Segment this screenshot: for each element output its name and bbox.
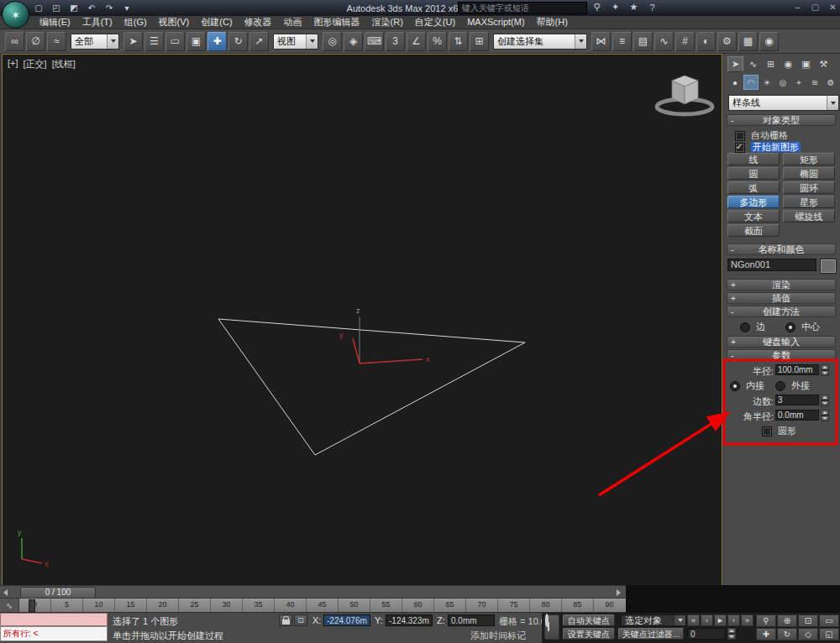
menu-item[interactable]: 自定义(U) xyxy=(409,16,461,29)
set-key-toggle[interactable]: 设置关键点 xyxy=(563,628,615,640)
viewport-general-menu[interactable]: [+] xyxy=(8,58,18,71)
hierarchy-tab[interactable]: ⊞ xyxy=(763,56,779,72)
help-icon[interactable]: ? xyxy=(646,1,659,13)
donut-button[interactable]: 圆环 xyxy=(783,181,835,194)
helpers-category[interactable]: + xyxy=(791,75,806,90)
selection-filter-dropdown[interactable]: 全部 xyxy=(71,34,119,50)
go-to-end-button[interactable]: » xyxy=(741,614,753,626)
material-editor-icon[interactable]: ◐ xyxy=(696,32,716,51)
rollout-keyboard-entry[interactable]: + 键盘输入 xyxy=(727,336,836,348)
select-and-move-icon[interactable]: ✚ xyxy=(207,32,227,51)
field-of-view-button[interactable]: ◇ xyxy=(798,628,818,640)
open-mini-curve-editor-button[interactable]: ∿ xyxy=(0,599,19,612)
geometry-category[interactable]: ● xyxy=(727,75,743,90)
curve-editor-icon[interactable]: ∿ xyxy=(654,32,674,51)
go-to-start-button[interactable]: « xyxy=(687,614,700,626)
star-button[interactable]: 星形 xyxy=(783,196,835,208)
zoom-button[interactable]: ⚲ xyxy=(756,614,776,627)
ellipse-button[interactable]: 椭圆 xyxy=(783,167,835,180)
menu-item[interactable]: 创建(C) xyxy=(195,16,238,29)
select-and-rotate-icon[interactable]: ↻ xyxy=(228,32,248,51)
menu-item[interactable]: MAXScript(M) xyxy=(461,16,530,29)
absolute-mode-toggle[interactable]: ⊡ xyxy=(294,614,307,626)
ngon-shape-wireframe[interactable] xyxy=(218,319,525,455)
current-frame-marker[interactable] xyxy=(29,599,35,612)
circumscribed-radio[interactable] xyxy=(775,381,785,391)
z-coord-field[interactable] xyxy=(448,614,495,626)
time-slider-prev-icon[interactable] xyxy=(3,589,8,596)
select-and-link-icon[interactable]: ∞ xyxy=(5,32,24,51)
time-slider-next-icon[interactable] xyxy=(617,589,621,596)
undo-icon[interactable]: ↶ xyxy=(85,2,98,13)
communication-center-icon[interactable]: ✦ xyxy=(609,1,622,13)
rectangle-button[interactable]: 矩形 xyxy=(783,153,835,165)
line-button[interactable]: 线 xyxy=(727,153,780,165)
maximize-viewport-toggle[interactable]: ◱ xyxy=(819,628,839,640)
viewport-orthographic[interactable]: [+] [正交] [线框] z y x xyxy=(2,54,722,587)
menu-item[interactable]: 视图(V) xyxy=(153,16,196,29)
percent-snap-icon[interactable]: % xyxy=(428,32,447,51)
select-and-scale-icon[interactable]: ↗ xyxy=(249,32,269,51)
zoom-all-button[interactable]: ⊕ xyxy=(777,614,797,627)
lights-category[interactable]: ☀ xyxy=(759,75,774,90)
select-by-name-icon[interactable]: ☰ xyxy=(144,32,164,51)
key-filters-button[interactable]: 关键点过滤器... xyxy=(618,628,684,640)
menu-item[interactable]: 图形编辑器 xyxy=(308,16,366,29)
angle-snap-icon[interactable]: ∠ xyxy=(407,32,426,51)
rendered-frame-window-icon[interactable]: ▦ xyxy=(738,32,758,51)
center-radio[interactable] xyxy=(785,322,795,332)
edit-named-selection-sets-icon[interactable]: ⊞ xyxy=(470,32,489,51)
frame-spinner[interactable] xyxy=(727,628,736,640)
layer-manager-icon[interactable]: ▤ xyxy=(633,32,653,51)
workspace-dropdown-icon[interactable]: ▾ xyxy=(120,2,134,13)
next-frame-button[interactable]: › xyxy=(727,614,740,626)
named-selection-sets-dropdown[interactable]: 创建选择集 xyxy=(493,34,587,50)
object-color-swatch[interactable] xyxy=(820,259,837,274)
helix-button[interactable]: 螺旋线 xyxy=(783,210,835,222)
time-slider-handle[interactable]: 0 / 100 xyxy=(20,587,96,599)
text-button[interactable]: 文本 xyxy=(727,210,780,222)
rollout-rendering[interactable]: + 渲染 xyxy=(727,279,836,290)
new-scene-icon[interactable]: ▢ xyxy=(32,2,45,13)
rollout-interpolation[interactable]: + 插值 xyxy=(727,292,836,304)
zoom-extents-button[interactable]: ⊡ xyxy=(798,614,818,627)
radius-spinner[interactable] xyxy=(821,364,829,376)
restore-button[interactable]: ▢ xyxy=(809,1,822,13)
edge-radio[interactable] xyxy=(740,322,750,332)
y-coord-field[interactable] xyxy=(386,614,433,626)
select-object-icon[interactable]: ➤ xyxy=(123,32,143,51)
object-name-field[interactable] xyxy=(727,259,816,271)
mirror-icon[interactable]: ⋈ xyxy=(591,32,611,51)
previous-frame-button[interactable]: ‹ xyxy=(701,614,713,626)
rollout-creation-method[interactable]: - 创建方法 xyxy=(727,306,836,317)
selection-set-dropdown[interactable]: 选定对象 xyxy=(621,614,686,626)
menu-item[interactable]: 组(G) xyxy=(118,16,153,29)
motion-tab[interactable]: ◉ xyxy=(780,56,796,72)
keyboard-shortcut-override-icon[interactable]: ⌨ xyxy=(365,32,384,51)
viewcube[interactable] xyxy=(657,76,712,114)
corner-radius-field[interactable] xyxy=(775,410,819,421)
maxscript-listener-pane[interactable]: 所有行: < xyxy=(0,626,108,641)
display-tab[interactable]: ▣ xyxy=(798,56,814,72)
window-crossing-icon[interactable]: ▣ xyxy=(186,32,206,51)
close-button[interactable]: ✕ xyxy=(827,1,839,13)
section-button[interactable]: 截面 xyxy=(727,224,780,237)
application-menu-button[interactable]: ✶ xyxy=(2,1,29,29)
zoom-region-button[interactable]: ▭ xyxy=(819,614,839,627)
bind-to-space-warp-icon[interactable]: ≈ xyxy=(47,32,66,51)
rollout-parameters[interactable]: - 参数 xyxy=(727,349,836,361)
menu-item[interactable]: 修改器 xyxy=(239,16,278,29)
snap-toggle-3d-icon[interactable]: 3 xyxy=(386,32,405,51)
circular-checkbox[interactable] xyxy=(762,426,772,437)
schematic-view-icon[interactable]: # xyxy=(675,32,695,51)
rollout-object-type[interactable]: - 对象类型 xyxy=(727,114,836,126)
inscribed-radio[interactable] xyxy=(730,381,740,391)
play-button[interactable]: ► xyxy=(714,614,727,626)
search-input[interactable] xyxy=(459,3,586,13)
auto-key-toggle[interactable]: 自动关键点 xyxy=(563,614,615,626)
x-coord-field[interactable] xyxy=(323,614,370,626)
current-frame-field[interactable] xyxy=(687,628,726,640)
rollout-name-and-color[interactable]: - 名称和颜色 xyxy=(727,243,836,255)
circle-button[interactable]: 圆 xyxy=(727,167,780,180)
systems-category[interactable]: ⚙ xyxy=(823,75,838,90)
